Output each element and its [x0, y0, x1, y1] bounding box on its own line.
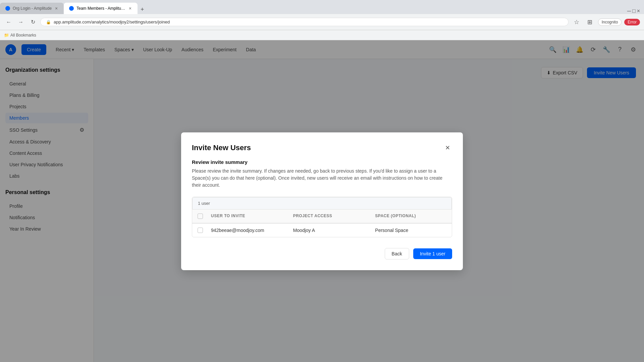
col-header-checkbox — [192, 209, 206, 223]
row-project-access: Moodjoy A — [288, 224, 370, 237]
browser-extension-icon[interactable]: ⊞ — [585, 17, 595, 27]
table-header: USER TO INVITE PROJECT ACCESS SPACE (OPT… — [192, 209, 452, 223]
row-space: Personal Space — [370, 224, 452, 237]
lock-icon: 🔒 — [46, 20, 51, 24]
bookmarks-label: All Bookmarks — [10, 33, 36, 38]
maximize-button[interactable]: □ — [632, 8, 636, 14]
close-window-button[interactable]: × — [637, 8, 640, 14]
tab-label-1: Org Login - Amplitude — [13, 6, 52, 11]
tab-favicon-2 — [69, 6, 74, 11]
incognito-badge: Incognito — [598, 18, 622, 26]
back-button[interactable]: Back — [385, 248, 409, 259]
main-content: ⬇ Export CSV Invite New Users Invite New… — [94, 59, 644, 362]
bookmarks-icon: 📁 — [4, 33, 9, 38]
url-text: app.amplitude.com/analytics/moodjoy2/set… — [54, 19, 563, 24]
bookmark-star-icon[interactable]: ☆ — [571, 17, 582, 27]
tab-team-members[interactable]: Team Members - Amplitude × — [64, 3, 138, 14]
new-tab-button[interactable]: + — [138, 5, 147, 14]
tab-org-login[interactable]: Org Login - Amplitude × — [0, 3, 64, 14]
col-header-project: PROJECT ACCESS — [288, 209, 370, 223]
reload-button[interactable]: ↻ — [28, 17, 38, 27]
row-checkbox-cell — [192, 224, 206, 237]
modal-title: Invite New Users — [192, 143, 251, 152]
modal-close-button[interactable]: ✕ — [443, 143, 452, 153]
invite-modal: Invite New Users ✕ Review invite summary… — [181, 132, 463, 270]
tab-close-2[interactable]: × — [128, 5, 132, 12]
row-checkbox[interactable] — [198, 228, 203, 233]
address-bar[interactable]: 🔒 app.amplitude.com/analytics/moodjoy2/s… — [40, 18, 569, 26]
col-header-space: SPACE (OPTIONAL) — [370, 209, 452, 223]
row-user-email: 942beeae@moodjoy.com — [206, 224, 288, 237]
select-all-checkbox[interactable] — [198, 214, 203, 219]
modal-overlay: Invite New Users ✕ Review invite summary… — [94, 59, 644, 362]
review-title: Review invite summary — [192, 159, 452, 165]
table-row: 942beeae@moodjoy.com Moodjoy A Personal … — [192, 223, 452, 237]
tab-label-2: Team Members - Amplitude — [76, 6, 125, 11]
tab-favicon-1 — [5, 6, 10, 11]
tab-close-1[interactable]: × — [54, 5, 58, 12]
invite-user-button[interactable]: Invite 1 user — [413, 248, 452, 259]
forward-nav-button[interactable]: → — [16, 17, 25, 27]
error-badge: Error — [624, 19, 640, 25]
col-header-user: USER TO INVITE — [206, 209, 288, 223]
minimize-button[interactable]: ─ — [627, 8, 631, 14]
modal-footer: Back Invite 1 user — [192, 248, 452, 259]
invite-table: 1 user USER TO INVITE PROJECT ACCESS SPA… — [192, 197, 452, 237]
user-count: 1 user — [192, 197, 452, 209]
bookmarks-folder[interactable]: 📁 All Bookmarks — [4, 33, 36, 38]
back-nav-button[interactable]: ← — [4, 17, 13, 27]
review-description: Please review the invite summary. If cha… — [192, 168, 452, 189]
